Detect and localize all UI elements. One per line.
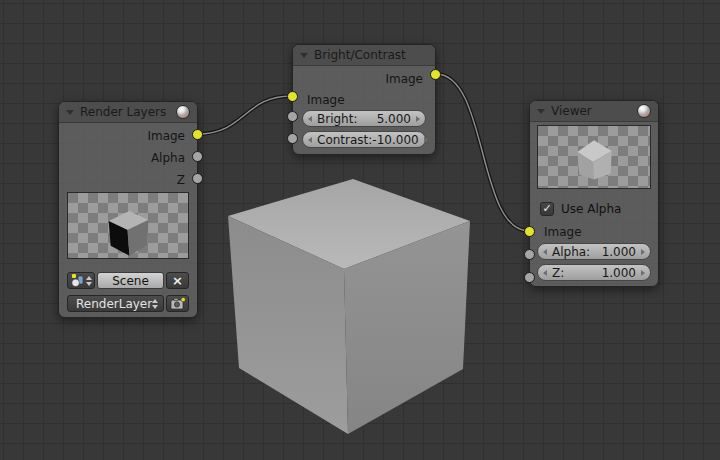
socket-input-image[interactable] (524, 226, 535, 237)
socket-input-image[interactable] (287, 91, 298, 102)
render-layer-row: RenderLayer (67, 295, 189, 312)
socket-output-alpha[interactable] (192, 151, 203, 162)
z-slider[interactable]: Z: 1.000 (537, 264, 651, 281)
node-header-viewer[interactable]: Viewer (530, 101, 658, 122)
check-icon: ✓ (542, 203, 551, 214)
bright-value: 5.000 (377, 112, 411, 126)
preview-cube (68, 193, 188, 258)
output-row-image: Image (59, 125, 197, 147)
scene-browse-button[interactable] (67, 272, 95, 289)
bright-slider[interactable]: Bright: 5.000 (302, 110, 426, 127)
socket-input-alpha[interactable] (524, 249, 535, 260)
slider-arrow-right-icon[interactable] (641, 270, 645, 276)
contrast-slider[interactable]: Contrast: -10.000 (302, 131, 426, 148)
use-alpha-label: Use Alpha (561, 202, 621, 216)
stepper-arrows-icon (86, 276, 92, 286)
node-viewer[interactable]: Viewer ✓ Use Alpha Image Alpha: 1.000 (529, 100, 659, 287)
contrast-value: -10.000 (372, 133, 418, 147)
render-layer-dropdown[interactable]: RenderLayer (67, 295, 164, 312)
unlink-scene-button[interactable]: × (166, 272, 189, 289)
scene-selector-row: Scene × (67, 272, 189, 289)
output-row-alpha: Alpha (59, 147, 197, 169)
use-alpha-row: ✓ Use Alpha (540, 201, 648, 216)
socket-output-z[interactable] (192, 173, 203, 184)
output-row-image: Image (293, 68, 435, 90)
node-header-render-layers[interactable]: Render Layers (59, 102, 197, 123)
socket-input-contrast[interactable] (287, 133, 298, 144)
material-sphere-icon[interactable] (176, 105, 190, 119)
z-value: 1.000 (602, 266, 636, 280)
slider-arrow-left-icon[interactable] (308, 137, 312, 143)
output-row-z: Z (59, 169, 197, 191)
node-header-bright-contrast[interactable]: Bright/Contrast (293, 45, 435, 66)
output-label-image: Image (147, 129, 185, 143)
camera-plus-icon (170, 297, 186, 310)
output-label-alpha: Alpha (151, 151, 185, 165)
output-label-z: Z (177, 173, 185, 187)
node-render-layers[interactable]: Render Layers Image Alpha Z (58, 101, 198, 318)
material-sphere-icon[interactable] (637, 104, 651, 118)
node-title: Render Layers (80, 105, 166, 119)
collapse-triangle-icon[interactable] (66, 110, 74, 115)
scene-icon (71, 273, 84, 288)
use-alpha-checkbox[interactable]: ✓ (540, 202, 554, 216)
input-row-image: Image (293, 90, 435, 110)
stepper-arrows-icon (152, 299, 158, 309)
node-bright-contrast[interactable]: Bright/Contrast Image Image Bright: 5.00… (292, 44, 436, 155)
socket-input-z[interactable] (524, 272, 535, 283)
collapse-triangle-icon[interactable] (537, 109, 545, 114)
wire-renderlayers-to-brightcontrast (197, 96, 292, 134)
socket-input-bright[interactable] (287, 111, 298, 122)
node-title: Bright/Contrast (314, 48, 406, 62)
new-render-layer-button[interactable] (166, 295, 189, 312)
socket-output-image[interactable] (192, 129, 203, 140)
slider-arrow-left-icon[interactable] (308, 116, 312, 122)
slider-arrow-left-icon[interactable] (543, 249, 547, 255)
wire-brightcontrast-to-viewer (436, 74, 529, 231)
input-label-image: Image (544, 225, 582, 239)
socket-output-image[interactable] (430, 69, 441, 80)
viewer-preview-image (537, 125, 651, 189)
render-layers-preview-image (67, 192, 189, 259)
preview-cube (538, 126, 650, 188)
alpha-slider[interactable]: Alpha: 1.000 (537, 243, 651, 260)
scene-name-field[interactable]: Scene (97, 272, 164, 289)
slider-arrow-right-icon[interactable] (416, 116, 420, 122)
node-title: Viewer (551, 104, 592, 118)
slider-arrow-left-icon[interactable] (543, 270, 547, 276)
alpha-value: 1.000 (602, 245, 636, 259)
close-icon: × (172, 274, 183, 287)
slider-arrow-right-icon[interactable] (641, 249, 645, 255)
collapse-triangle-icon[interactable] (300, 53, 308, 58)
input-label-image: Image (307, 93, 345, 107)
node-editor-canvas[interactable]: Render Layers Image Alpha Z (0, 0, 720, 460)
input-row-image: Image (530, 221, 658, 243)
output-label-image: Image (385, 72, 423, 86)
slider-arrow-right-icon[interactable] (424, 137, 428, 143)
